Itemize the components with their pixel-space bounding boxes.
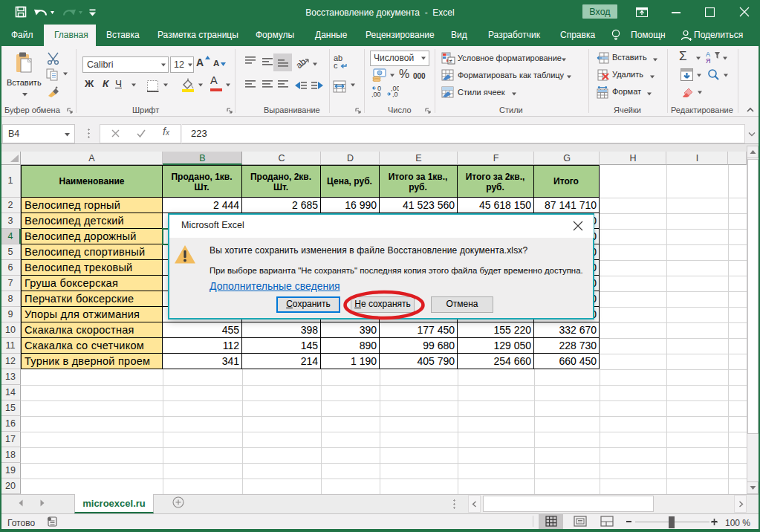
- svg-text:,00: ,00: [371, 91, 381, 97]
- svg-text:Я: Я: [706, 57, 711, 64]
- svg-text:,0: ,0: [392, 91, 398, 97]
- svg-text:ab: ab: [296, 56, 308, 70]
- svg-text:≠: ≠: [449, 58, 453, 65]
